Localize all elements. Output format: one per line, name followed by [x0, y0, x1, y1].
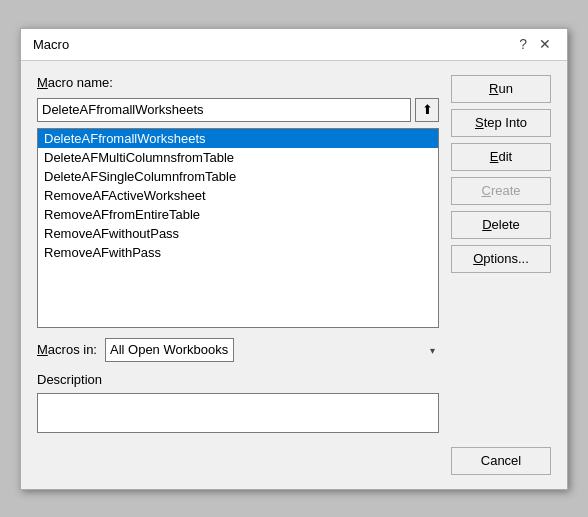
title-bar-controls: ? ✕ — [515, 37, 555, 51]
run-button[interactable]: Run — [451, 75, 551, 103]
options-button[interactable]: Options... — [451, 245, 551, 273]
macros-in-label: Macros in: — [37, 342, 97, 357]
title-bar: Macro ? ✕ — [21, 29, 567, 61]
right-panel: Run Step Into Edit Create Delete Options… — [451, 75, 551, 433]
macro-name-input[interactable] — [37, 98, 411, 122]
list-item[interactable]: RemoveAFwithoutPass — [38, 224, 438, 243]
macros-in-row: Macros in: All Open Workbooks This Workb… — [37, 338, 439, 362]
list-item[interactable]: RemoveAFwithPass — [38, 243, 438, 262]
cancel-button[interactable]: Cancel — [451, 447, 551, 475]
upload-button[interactable]: ⬆ — [415, 98, 439, 122]
macros-in-select[interactable]: All Open Workbooks This Workbook — [105, 338, 234, 362]
delete-button[interactable]: Delete — [451, 211, 551, 239]
dialog-footer: Cancel — [21, 447, 567, 489]
macro-name-label: Macro name: — [37, 75, 439, 90]
list-item[interactable]: DeleteAFSingleColumnfromTable — [38, 167, 438, 186]
step-into-button[interactable]: Step Into — [451, 109, 551, 137]
macro-name-row: ⬆ — [37, 98, 439, 122]
dialog-title: Macro — [33, 37, 69, 52]
description-area — [37, 393, 439, 433]
macros-in-select-wrapper: All Open Workbooks This Workbook — [105, 338, 439, 362]
macro-list: DeleteAFfromallWorksheets DeleteAFMultiC… — [38, 129, 438, 327]
list-item[interactable]: RemoveAFActiveWorksheet — [38, 186, 438, 205]
list-item[interactable]: DeleteAFMultiColumnsfromTable — [38, 148, 438, 167]
macro-list-container: DeleteAFfromallWorksheets DeleteAFMultiC… — [37, 128, 439, 328]
create-button[interactable]: Create — [451, 177, 551, 205]
edit-button[interactable]: Edit — [451, 143, 551, 171]
list-item[interactable]: RemoveAFfromEntireTable — [38, 205, 438, 224]
dialog-body: Macro name: ⬆ DeleteAFfromallWorksheets … — [21, 61, 567, 447]
macro-dialog: Macro ? ✕ Macro name: ⬆ DeleteAFfromallW… — [20, 28, 568, 490]
close-button[interactable]: ✕ — [535, 37, 555, 51]
description-label: Description — [37, 372, 439, 387]
list-item[interactable]: DeleteAFfromallWorksheets — [38, 129, 438, 148]
upload-icon: ⬆ — [422, 102, 433, 117]
help-button[interactable]: ? — [515, 37, 531, 51]
left-panel: Macro name: ⬆ DeleteAFfromallWorksheets … — [37, 75, 439, 433]
